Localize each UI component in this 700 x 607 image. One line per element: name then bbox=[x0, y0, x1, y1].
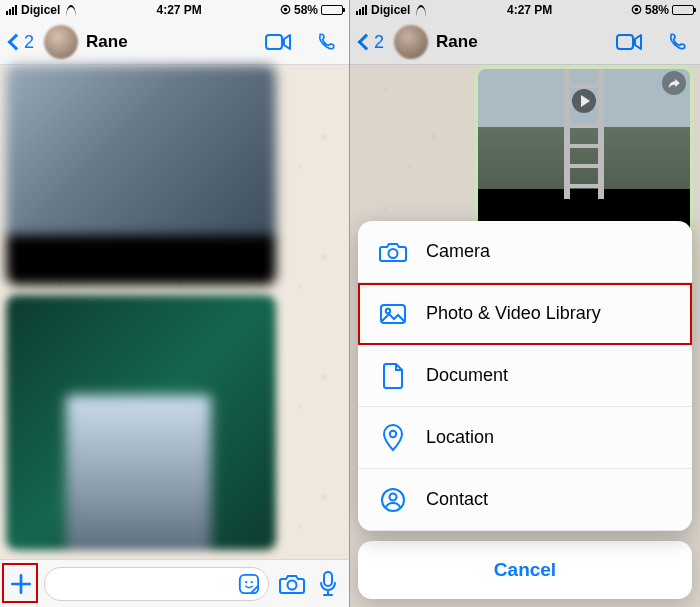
status-time: 4:27 PM bbox=[156, 3, 201, 17]
chevron-left-icon bbox=[8, 34, 25, 51]
carrier-label: Digicel bbox=[21, 3, 60, 17]
back-button[interactable]: 2 bbox=[10, 32, 34, 53]
sheet-item-location[interactable]: Location bbox=[358, 407, 692, 469]
camera-button[interactable] bbox=[279, 573, 305, 595]
cancel-button[interactable]: Cancel bbox=[358, 541, 692, 599]
battery-icon bbox=[321, 5, 343, 15]
sheet-item-label: Camera bbox=[426, 241, 490, 262]
svg-point-2 bbox=[245, 581, 247, 583]
input-bar bbox=[0, 559, 349, 607]
received-image-message[interactable] bbox=[6, 295, 276, 550]
sheet-item-photo-video-library[interactable]: Photo & Video Library bbox=[358, 283, 692, 345]
video-call-button[interactable] bbox=[265, 32, 291, 52]
location-icon bbox=[378, 424, 408, 452]
sheet-item-document[interactable]: Document bbox=[358, 345, 692, 407]
contact-avatar[interactable] bbox=[44, 25, 78, 59]
sheet-item-contact[interactable]: Contact bbox=[358, 469, 692, 531]
svg-point-10 bbox=[390, 430, 396, 436]
photo-icon bbox=[378, 302, 408, 326]
document-icon bbox=[378, 362, 408, 390]
voice-call-button[interactable] bbox=[313, 32, 339, 52]
phone-right: Digicel 4:27 PM ⦿ 58% 2 Rane bbox=[350, 0, 700, 607]
sheet-item-label: Contact bbox=[426, 489, 488, 510]
chat-area[interactable] bbox=[0, 65, 349, 559]
message-input[interactable] bbox=[44, 567, 269, 601]
attach-button[interactable] bbox=[8, 571, 34, 597]
battery-percent: 58% bbox=[294, 3, 318, 17]
chat-header: 2 Rane bbox=[0, 20, 349, 65]
svg-rect-5 bbox=[324, 572, 332, 586]
mic-button[interactable] bbox=[315, 573, 341, 595]
svg-point-12 bbox=[390, 493, 397, 500]
received-image-message[interactable] bbox=[6, 65, 276, 285]
sheet-item-label: Photo & Video Library bbox=[426, 303, 601, 324]
camera-icon bbox=[378, 240, 408, 264]
alarm-icon: ⦿ bbox=[280, 4, 291, 16]
sheet-item-camera[interactable]: Camera bbox=[358, 221, 692, 283]
cancel-label: Cancel bbox=[494, 559, 556, 581]
svg-rect-8 bbox=[381, 305, 405, 323]
phone-left: Digicel 4:27 PM ⦿ 58% 2 Rane bbox=[0, 0, 350, 607]
back-count: 2 bbox=[24, 32, 34, 53]
svg-point-9 bbox=[386, 308, 390, 312]
contact-name[interactable]: Rane bbox=[86, 32, 257, 52]
sticker-button[interactable] bbox=[238, 573, 260, 595]
sheet-item-label: Document bbox=[426, 365, 508, 386]
attachment-action-sheet: Camera Photo & Video Library Document Lo… bbox=[358, 221, 692, 599]
signal-bars-icon bbox=[6, 5, 17, 15]
contact-icon bbox=[378, 487, 408, 513]
svg-point-7 bbox=[389, 249, 398, 258]
svg-rect-1 bbox=[240, 574, 258, 592]
svg-point-3 bbox=[251, 581, 253, 583]
svg-point-4 bbox=[288, 580, 297, 589]
wifi-icon bbox=[64, 5, 78, 15]
svg-rect-0 bbox=[266, 35, 282, 49]
status-bar: Digicel 4:27 PM ⦿ 58% bbox=[0, 0, 349, 20]
sheet-item-label: Location bbox=[426, 427, 494, 448]
